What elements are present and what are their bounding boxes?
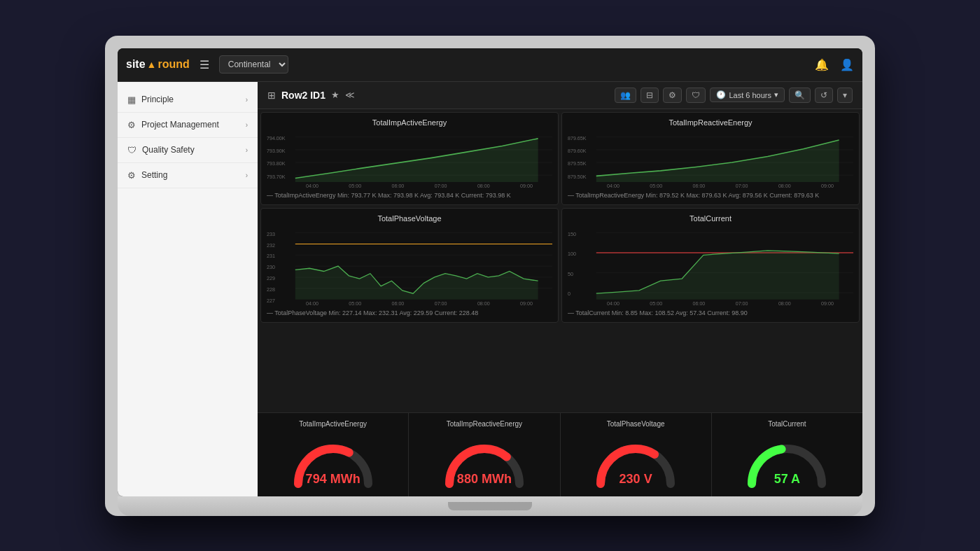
svg-text:793.80K: 793.80K — [267, 160, 286, 167]
svg-text:793.70K: 793.70K — [267, 173, 286, 179]
gauge-reactive-energy-visual: 880 MWh — [439, 433, 530, 489]
chart-phase-voltage-svg: 233 232 231 230 229 228 227 — [267, 225, 552, 307]
svg-text:879.55K: 879.55K — [568, 160, 587, 167]
sidebar-label-project-management: Project Management — [141, 120, 219, 130]
svg-text:879.50K: 879.50K — [568, 173, 587, 179]
principle-icon: ▦ — [127, 95, 136, 105]
dashboard-action-btn[interactable]: ⊟ — [640, 88, 659, 103]
continental-dropdown[interactable]: Continental — [219, 55, 288, 74]
chart-reactive-energy: TotalImpReactiveEnergy 879.65K 879.60K — [561, 112, 860, 206]
svg-text:794.00K: 794.00K — [267, 134, 286, 141]
sidebar-item-project-management[interactable]: ⚙ Project Management › — [118, 113, 258, 138]
svg-text:06:00: 06:00 — [392, 183, 405, 189]
gauge-active-energy-visual: 794 MWh — [288, 433, 379, 489]
svg-text:04:00: 04:00 — [306, 183, 318, 189]
svg-text:06:00: 06:00 — [693, 183, 706, 189]
gauge-active-energy-value: 794 MWh — [306, 472, 360, 487]
time-chevron-icon: ▾ — [774, 90, 778, 99]
chart-active-energy: TotalImpActiveEnergy — [260, 112, 559, 206]
svg-text:07:00: 07:00 — [435, 300, 447, 307]
logo-arrow-icon: ▲ — [147, 59, 157, 70]
page-title: Row2 ID1 — [281, 90, 326, 101]
svg-text:07:00: 07:00 — [435, 183, 447, 189]
zoom-button[interactable]: 🔍 — [789, 88, 811, 103]
user-icon[interactable]: 👤 — [840, 58, 854, 71]
quality-safety-icon: 🛡 — [127, 145, 136, 155]
sidebar-label-quality-safety: Quality Safety — [142, 145, 195, 155]
users-action-btn[interactable]: 👥 — [615, 88, 636, 103]
laptop-screen: site ▲ round ☰ Continental 🔔 👤 — [118, 48, 862, 496]
svg-text:06:00: 06:00 — [693, 300, 706, 307]
sidebar-item-principle[interactable]: ▦ Principle › — [118, 88, 258, 113]
svg-text:879.65K: 879.65K — [568, 134, 587, 141]
svg-text:228: 228 — [267, 286, 275, 293]
bell-icon[interactable]: 🔔 — [815, 58, 829, 71]
svg-text:100: 100 — [568, 251, 576, 257]
charts-top-row: TotalImpActiveEnergy — [260, 112, 860, 206]
gauge-current-title: TotalCurrent — [768, 420, 806, 428]
chevron-right-icon-2: › — [246, 121, 248, 129]
setting-icon: ⚙ — [127, 170, 136, 181]
svg-text:05:00: 05:00 — [349, 183, 361, 189]
gauge-active-energy-title: TotalImpActiveEnergy — [299, 420, 367, 428]
logo: site ▲ round — [126, 58, 190, 71]
sidebar-label-setting: Setting — [141, 170, 167, 180]
clock-icon: 🕐 — [716, 90, 726, 99]
star-icon[interactable]: ★ — [331, 90, 340, 100]
gauge-current-value: 57 A — [774, 472, 800, 487]
sidebar-item-setting[interactable]: ⚙ Setting › — [118, 163, 258, 188]
chevron-right-icon-4: › — [246, 172, 248, 179]
svg-text:07:00: 07:00 — [736, 183, 748, 189]
svg-text:09:00: 09:00 — [821, 300, 834, 307]
svg-text:08:00: 08:00 — [477, 300, 490, 307]
chart-phase-voltage-legend: — TotalPhaseVoltage Min: 227.14 Max: 232… — [267, 309, 552, 316]
chart-phase-voltage-container: 233 232 231 230 229 228 227 — [267, 225, 552, 307]
svg-text:150: 150 — [568, 231, 576, 237]
gauge-phase-voltage-title: TotalPhaseVoltage — [607, 420, 665, 428]
shield-action-btn[interactable]: 🛡 — [686, 88, 706, 103]
chart-reactive-energy-legend: — TotalImpReactiveEnergy Min: 879.52 K M… — [568, 192, 853, 199]
logo-round: round — [158, 58, 189, 71]
hamburger-button[interactable]: ☰ — [197, 55, 212, 74]
sidebar: ▦ Principle › ⚙ Project Management › — [118, 82, 258, 496]
gear-action-btn[interactable]: ⚙ — [663, 88, 682, 103]
laptop-base — [118, 496, 862, 516]
topbar: site ▲ round ☰ Continental 🔔 👤 — [118, 48, 862, 82]
chart-total-current-container: 150 100 50 0 04 — [568, 225, 853, 307]
svg-text:230: 230 — [267, 264, 275, 270]
topbar-right: 🔔 👤 — [815, 58, 854, 71]
sidebar-item-quality-safety[interactable]: 🛡 Quality Safety › — [118, 138, 258, 163]
svg-text:05:00: 05:00 — [349, 300, 361, 307]
app: site ▲ round ☰ Continental 🔔 👤 — [118, 48, 862, 496]
more-button[interactable]: ▾ — [837, 88, 853, 103]
laptop-notch — [448, 502, 532, 510]
svg-text:229: 229 — [267, 275, 275, 281]
chevron-right-icon: › — [246, 96, 248, 104]
svg-text:07:00: 07:00 — [736, 300, 748, 307]
time-range-button[interactable]: 🕐 Last 6 hours ▾ — [710, 88, 785, 102]
chart-total-current-legend: — TotalCurrent Min: 8.85 Max: 108.52 Avg… — [568, 309, 853, 316]
gauge-active-energy: TotalImpActiveEnergy 794 MWh — [258, 413, 409, 496]
svg-text:233: 233 — [267, 231, 275, 237]
chevron-right-icon-3: › — [246, 146, 248, 154]
chart-total-current-title: TotalCurrent — [568, 214, 853, 223]
gauge-row: TotalImpActiveEnergy 794 MWh — [258, 412, 862, 496]
gauge-phase-voltage: TotalPhaseVoltage 230 V — [561, 413, 712, 496]
svg-text:08:00: 08:00 — [778, 183, 791, 189]
chart-active-energy-title: TotalImpActiveEnergy — [267, 118, 552, 127]
svg-text:09:00: 09:00 — [520, 183, 533, 189]
sidebar-label-principle: Principle — [141, 95, 174, 104]
logo-site: site — [126, 58, 146, 71]
gauge-current: TotalCurrent 57 A — [712, 413, 862, 496]
charts-area: TotalImpActiveEnergy — [258, 109, 862, 412]
gauge-reactive-energy: TotalImpReactiveEnergy 880 MWh — [409, 413, 560, 496]
content-header: ⊞ Row2 ID1 ★ ≪ 👥 ⊟ ⚙ 🛡 🕐 L — [258, 82, 862, 109]
chart-total-current-svg: 150 100 50 0 04 — [568, 225, 853, 307]
share-icon[interactable]: ≪ — [345, 90, 355, 100]
gauge-phase-voltage-visual: 230 V — [590, 433, 681, 489]
svg-text:08:00: 08:00 — [778, 300, 791, 307]
svg-text:04:00: 04:00 — [607, 300, 620, 307]
svg-text:227: 227 — [267, 298, 275, 304]
refresh-button[interactable]: ↺ — [815, 88, 833, 103]
svg-text:793.90K: 793.90K — [267, 148, 286, 154]
